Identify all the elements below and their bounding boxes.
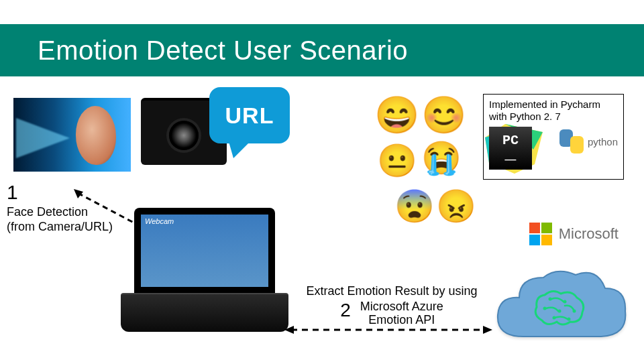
emoji-fearful: 😨: [394, 190, 435, 223]
emoji-angry: 😠: [436, 190, 476, 223]
face-scan-image: [13, 98, 131, 172]
svg-point-10: [564, 300, 567, 304]
step-1-number: 1: [7, 181, 18, 204]
step-2-line1: Extract Emotion Result by using: [298, 284, 486, 298]
emoji-crying: 😭: [421, 142, 462, 174]
scan-beam: [16, 118, 70, 158]
step-2-caption: Extract Emotion Result by using 2 Micros…: [298, 284, 486, 327]
step-2-line2: Microsoft Azure: [360, 300, 443, 313]
microsoft-logo: Microsoft: [529, 223, 619, 245]
svg-point-15: [568, 318, 571, 321]
pycharm-label-bottom: _: [500, 143, 522, 164]
webcam-lens: [169, 121, 199, 150]
brain-ai-icon: [531, 288, 588, 328]
url-text: URL: [225, 103, 274, 129]
python-logo: python: [559, 129, 618, 154]
emoji-neutral: 😐: [377, 145, 417, 177]
svg-point-12: [558, 310, 561, 313]
face-silhouette: [76, 106, 116, 165]
url-speech-bubble: URL: [209, 87, 290, 143]
laptop-display: [141, 215, 268, 287]
python-icon: [559, 129, 584, 154]
laptop-base: [121, 293, 288, 332]
svg-point-13: [573, 310, 576, 313]
laptop-image: [121, 208, 288, 339]
svg-point-11: [543, 307, 547, 310]
microsoft-label: Microsoft: [559, 225, 619, 243]
dashed-arrow-2: [284, 324, 492, 335]
emoji-smile: 😊: [421, 97, 466, 133]
svg-marker-4: [74, 189, 83, 198]
slide-title: Emotion Detect User Scenario: [38, 36, 408, 66]
azure-cloud: [490, 263, 631, 350]
pycharm-icon: PC _: [489, 127, 532, 170]
microsoft-icon: [529, 223, 552, 245]
emoji-grin: 😄: [374, 97, 419, 133]
step-2-number: 2: [340, 300, 351, 321]
svg-marker-7: [284, 326, 294, 334]
title-band: Emotion Detect User Scenario: [0, 24, 644, 76]
laptop-screen: [134, 208, 275, 294]
svg-point-14: [553, 316, 556, 320]
implementation-info-box: Implemented in Pycharm with Python 2. 7 …: [483, 94, 624, 180]
svg-point-9: [549, 298, 552, 301]
python-label: python: [588, 136, 618, 147]
implementation-text: Implemented in Pycharm with Python 2. 7: [489, 99, 618, 123]
